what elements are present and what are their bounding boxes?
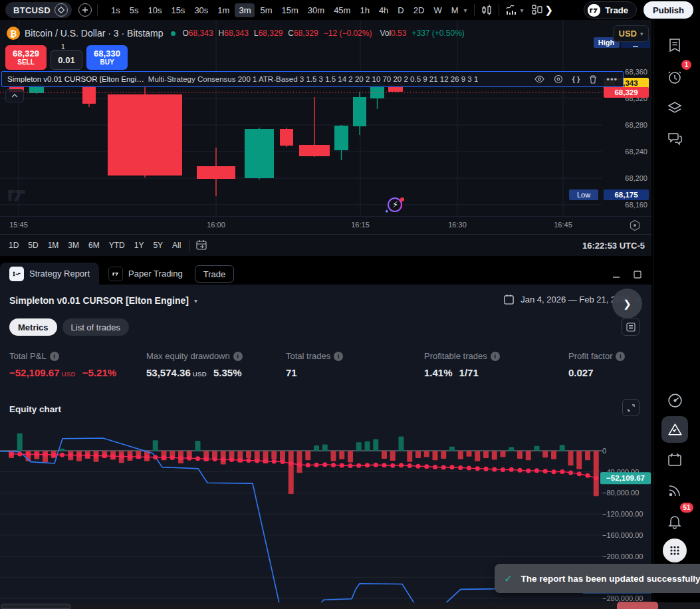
notifications-badge: 51 — [680, 503, 693, 513]
equity-expand-button[interactable] — [622, 399, 640, 416]
clock[interactable]: 16:22:53 UTC-5 — [582, 241, 645, 251]
info-icon[interactable]: i — [491, 352, 500, 361]
bottom-scroll-strip[interactable] — [0, 602, 700, 609]
layout-grid-icon[interactable] — [530, 3, 544, 17]
timeframe-30m[interactable]: 30m — [304, 3, 328, 17]
scanner-radar-icon[interactable] — [661, 387, 688, 414]
range-1d[interactable]: 1D — [5, 239, 22, 252]
metric-total-trades: Total tradesi71 — [286, 351, 343, 378]
strategy-report-panel: Simpleton v0.01 CURSOR [Elton Engine] ▾ … — [0, 285, 651, 609]
timeframe-10s[interactable]: 10s — [144, 3, 166, 17]
quantity-field[interactable]: 0.01 — [51, 50, 82, 70]
chart-style-icon[interactable] — [480, 3, 493, 17]
source-code-icon[interactable]: { } — [572, 75, 580, 83]
chat-icon[interactable] — [661, 125, 688, 152]
legend-collapse-button[interactable] — [5, 89, 24, 102]
publish-button[interactable]: Publish — [643, 1, 693, 19]
timeframe-W[interactable]: W — [429, 3, 445, 17]
tab-strategy-report[interactable]: Strategy Report — [0, 263, 99, 285]
tab-paper-trading-label: Paper Trading — [128, 269, 183, 279]
tab-paper-trading[interactable]: Paper Trading — [99, 263, 192, 285]
timeframe-3m[interactable]: 3m — [235, 3, 255, 17]
info-icon[interactable]: i — [50, 352, 59, 361]
timeframe-chevron-icon[interactable]: ▾ — [464, 7, 467, 14]
strategy-legend[interactable]: Simpleton v0.01 CURSOR [Elton Engi… Mult… — [1, 71, 624, 87]
eye-icon[interactable] — [534, 75, 544, 83]
timeframe-1s[interactable]: 1s — [107, 3, 124, 17]
tab-trade-label: Trade — [203, 269, 225, 279]
timeframe-D[interactable]: D — [394, 3, 408, 17]
range-divider — [189, 239, 190, 251]
apps-grid-button[interactable] — [663, 539, 687, 562]
symbol-label: BTCUSD — [13, 5, 51, 15]
minimize-panel-icon[interactable] — [612, 270, 621, 279]
timeframe-45m[interactable]: 45m — [330, 3, 354, 17]
timeframe-1h[interactable]: 1h — [356, 3, 373, 17]
tradingview-watermark-icon — [7, 187, 28, 206]
range-6m[interactable]: 6M — [85, 239, 103, 252]
list-of-trades-pill[interactable]: List of trades — [62, 318, 129, 336]
trade-button[interactable]: Trade — [584, 1, 637, 19]
ai-assistant-icon[interactable]: ⚡ ✦ — [386, 195, 406, 215]
report-strategy-name: Simpleton v0.01 CURSOR [Elton Engine] — [9, 295, 189, 306]
compare-add-icon[interactable] — [78, 3, 92, 17]
range-toolbar: 1D5D1M3M6MYTD1Y5YAll 16:22:53 UTC-5 — [0, 234, 651, 256]
symbol-title[interactable]: Bitcoin / U.S. Dollar · 3 · Bitstamp — [25, 28, 164, 39]
report-strategy-selector[interactable]: Simpleton v0.01 CURSOR [Elton Engine] ▾ — [9, 295, 197, 306]
range-5d[interactable]: 5D — [25, 239, 41, 252]
buy-label: BUY — [100, 59, 114, 66]
ohlc-values: O68,343H68,343L68,329C68,329−12 (−0.02%)… — [183, 29, 465, 38]
report-tab-bar: Strategy Report Paper Trading Trade — [0, 263, 651, 285]
metrics-next-button[interactable]: ❯ — [612, 289, 642, 318]
object-tree-layers-icon[interactable] — [661, 94, 688, 121]
timeframe-5m[interactable]: 5m — [256, 3, 276, 17]
info-icon[interactable]: i — [233, 352, 243, 361]
timeframe-15s[interactable]: 15s — [167, 3, 189, 17]
bottom-right-toast-sliver — [617, 602, 658, 609]
range-3m[interactable]: 3M — [64, 239, 82, 252]
indicators-icon[interactable] — [505, 3, 519, 17]
range-ytd[interactable]: YTD — [106, 239, 128, 252]
pane-expand-arrow-icon[interactable]: ❯ — [545, 4, 554, 16]
strategy-tester-icon — [9, 267, 24, 281]
report-settings-button[interactable] — [622, 318, 640, 336]
axis-settings-icon[interactable] — [629, 219, 641, 231]
settings-gear-icon[interactable] — [554, 74, 563, 84]
svg-text:−52,109.67: −52,109.67 — [606, 474, 645, 482]
watchlist-icon[interactable] — [661, 32, 688, 59]
timeframe-30s[interactable]: 30s — [190, 3, 212, 17]
more-options-icon[interactable]: ••• — [606, 74, 618, 84]
timeframe-1m[interactable]: 1m — [213, 3, 233, 17]
price-change: −12 (−0.02%) — [324, 29, 372, 38]
ideas-icon[interactable] — [661, 416, 688, 443]
symbol-flag-icon[interactable] — [55, 3, 68, 17]
news-signal-icon[interactable] — [661, 477, 688, 504]
sell-button[interactable]: 68,329 SELL — [5, 45, 47, 70]
buy-button[interactable]: 68,330 BUY — [86, 45, 128, 70]
go-to-date-icon[interactable] — [195, 239, 207, 251]
bottom-left-button[interactable] — [1, 604, 70, 609]
symbol-search-button[interactable]: BTCUSD — [5, 2, 72, 18]
delete-trash-icon[interactable] — [589, 75, 597, 84]
timeframe-4h[interactable]: 4h — [375, 3, 392, 17]
indicators-chevron-icon[interactable]: ▾ — [521, 7, 524, 14]
toast-notification[interactable]: ✓ The report has been updated successful… — [495, 564, 700, 593]
range-5y[interactable]: 5Y — [150, 239, 166, 252]
currency-select[interactable]: USD ▾ — [613, 25, 649, 42]
info-icon[interactable]: i — [616, 352, 625, 361]
timeframe-M[interactable]: M — [447, 3, 463, 17]
time-axis[interactable] — [0, 216, 651, 233]
timeframe-2D[interactable]: 2D — [409, 3, 429, 17]
metrics-pill[interactable]: Metrics — [9, 318, 57, 336]
tab-trade-button[interactable]: Trade — [195, 265, 234, 283]
range-1m[interactable]: 1M — [45, 239, 62, 252]
range-all[interactable]: All — [169, 239, 184, 252]
timeframe-5s[interactable]: 5s — [126, 3, 143, 17]
timeframe-15m[interactable]: 15m — [278, 3, 302, 17]
economic-calendar-icon[interactable] — [661, 447, 688, 473]
range-1y[interactable]: 1Y — [131, 239, 148, 252]
quantity-value: 0.01 — [58, 55, 74, 65]
maximize-panel-icon[interactable] — [633, 270, 642, 279]
svg-text:Low: Low — [577, 191, 590, 199]
info-icon[interactable]: i — [334, 352, 343, 361]
